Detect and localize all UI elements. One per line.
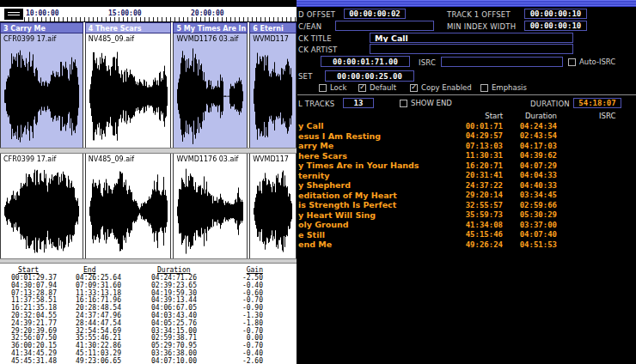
section-divider	[297, 94, 636, 95]
track-row[interactable]: is Strength Is Perfect32:55:5702:59:66	[297, 200, 636, 210]
track-duration: 04:07:40	[503, 230, 557, 239]
track-row[interactable]: arry Me07:13:0304:17:03	[297, 141, 636, 151]
track-name: y Shepherd	[297, 180, 444, 190]
track-row[interactable]: ternity20:31:4104:04:33	[297, 171, 636, 181]
waveform-segment[interactable]: WVMD1176 03.aif	[173, 154, 248, 258]
audio-file-label: NV485_09.aif	[89, 35, 134, 43]
offset-label: SET	[298, 72, 313, 81]
waveform-segment[interactable]: CFR0399 17.aif	[0, 33, 83, 148]
track-duration: 03:37:00	[503, 221, 557, 229]
waveform-segment[interactable]: NV485_09.aif	[85, 33, 172, 148]
track-row[interactable]: y Call00:01:7104:24:34	[297, 121, 636, 131]
min-index-width-field[interactable]: 00:00:00:10	[524, 21, 587, 31]
show-end-checkbox[interactable]: SHOW END	[400, 99, 452, 107]
menu-icon[interactable]	[4, 9, 23, 20]
waveform-segment[interactable]: WVMD117	[249, 33, 297, 148]
waveform-editor-window: 10:00:00 15:00:00 20:00:00 3 Carry Me4 T…	[0, 7, 297, 364]
edit-cell: 45:45:31.48	[0, 358, 76, 364]
checkbox-box[interactable]	[319, 84, 327, 92]
track-name: ternity	[297, 171, 444, 180]
segment-header[interactable]: 5 My Times Are In	[173, 22, 248, 33]
segment-header[interactable]: 3 Carry Me	[0, 22, 83, 33]
total-tracks-field[interactable]: 13	[343, 98, 374, 108]
offset-field[interactable]: 00:00:00:25.00	[325, 70, 414, 82]
disc-offset-label: D OFFSET	[298, 10, 335, 19]
min-index-width-label: MIN INDEX WIDTH	[447, 22, 516, 31]
track-duration: 04:17:03	[503, 142, 557, 150]
upc-ean-field[interactable]	[335, 21, 434, 31]
show-end-checkbox-box[interactable]	[400, 100, 407, 107]
track-row[interactable]: here Scars11:30:3104:39:62	[297, 151, 636, 161]
checkbox-label: Copy Enabled	[421, 83, 472, 92]
track-start-time: 07:13:03	[444, 142, 503, 150]
audio-file-label: NV485_09.aif	[89, 155, 134, 163]
audio-file-label: WVMD1176 03.aif	[176, 35, 238, 43]
track-start-time: 16:20:71	[444, 161, 503, 170]
flag-checkbox-copy-enabled[interactable]: ✓Copy Enabled	[410, 83, 472, 92]
track-row[interactable]: end Me49:26:2404:51:53	[297, 240, 636, 250]
edit-cell: 49:23:06.65	[76, 358, 151, 364]
waveform-canvas	[1, 33, 83, 148]
track-start-time: 45:15:46	[444, 230, 503, 239]
checkbox-label: Default	[370, 83, 396, 92]
track1-offset-field[interactable]: 00:00:00:10	[524, 9, 587, 19]
flag-checkbox-default[interactable]: ✓Default	[358, 83, 396, 92]
waveform-canvas	[86, 154, 171, 258]
flag-checkbox-lock[interactable]: Lock	[319, 83, 346, 92]
track1-offset-label: TRACK 1 OFFSET	[447, 10, 511, 19]
track-artist-field[interactable]	[370, 44, 573, 54]
isrc-field[interactable]	[441, 57, 563, 67]
ruler-timecode: 15:00:00	[108, 9, 142, 17]
auto-isrc-checkbox[interactable]: Auto-ISRC	[568, 58, 615, 66]
segment-header[interactable]: 4 There Scars	[85, 22, 172, 33]
track-duration: 04:07:29	[503, 161, 557, 170]
window-titlebar[interactable]	[297, 0, 636, 8]
desktop: D OFFSET 00:00:00:02 TRACK 1 OFFSET 00:0…	[0, 0, 636, 364]
edit-table-rows: 00:01:29.3704:26:25.6404:24:71.26-2.5004…	[0, 275, 297, 364]
track-start-time: 11:30:31	[444, 151, 503, 160]
show-end-checkbox-label: SHOW END	[411, 99, 452, 107]
timeline-ruler[interactable]: 10:00:00 15:00:00 20:00:00	[0, 7, 297, 22]
flag-checkbox-emphasis[interactable]: Emphasis	[480, 83, 527, 92]
waveform-segment[interactable]: WVMD1176 03.aif	[173, 33, 248, 148]
checkbox-label: Emphasis	[492, 83, 527, 92]
track-row[interactable]: y Times Are in Your Hands16:20:7104:07:2…	[297, 161, 636, 171]
track-start-time-field[interactable]: 00:00:01:71.00	[321, 56, 410, 67]
track-row[interactable]: y Heart Will Sing35:59:7305:30:29	[297, 210, 636, 221]
cd-tracklist-window: D OFFSET 00:00:00:02 TRACK 1 OFFSET 00:0…	[297, 0, 636, 364]
track-list: y Call00:01:7104:24:34esus I Am Resting0…	[297, 121, 636, 250]
lane-divider	[0, 148, 297, 154]
track-row[interactable]: oly Ground41:34:0803:37:00	[297, 220, 636, 230]
segment-header[interactable]: 6 Eterni	[249, 22, 297, 33]
track-start-time: 49:26:24	[444, 240, 503, 249]
auto-isrc-checkbox-box[interactable]	[568, 58, 576, 66]
waveform-canvas	[250, 154, 296, 258]
checkbox-box[interactable]: ✓	[358, 84, 366, 92]
waveform-segment[interactable]: NV485_09.aif	[85, 154, 172, 258]
track-duration: 04:39:62	[503, 151, 557, 160]
total-tracks-label: L TRACKS	[298, 100, 334, 108]
track-row[interactable]: y Shepherd24:37:2204:40:33	[297, 180, 636, 191]
track-title-field[interactable]: My Call	[370, 33, 573, 43]
disc-offset-field[interactable]: 00:00:00:02	[344, 9, 406, 19]
checkbox-box[interactable]: ✓	[410, 84, 418, 92]
edit-table-row[interactable]: 45:45:31.4849:23:06.6504:07:10.00-2.60	[0, 358, 297, 364]
track-start-time: 32:55:57	[444, 201, 503, 209]
waveform-segment[interactable]: CFR0399 17.aif	[0, 154, 83, 258]
waveform-segment[interactable]: WVMD117	[249, 154, 297, 258]
edit-cell: 04:07:10.00	[151, 358, 225, 364]
audio-file-label: WVMD117	[253, 35, 289, 43]
track-row[interactable]: esus I Am Resting04:29:5702:43:54	[297, 131, 636, 142]
track-start-time: 41:34:08	[444, 221, 503, 229]
edit-list-table: Start End Duration Gain 00:01:29.3704:26…	[0, 264, 297, 364]
track-duration: 05:30:29	[503, 210, 557, 219]
track-row[interactable]: e Still45:15:4604:07:40	[297, 230, 636, 240]
track-name: editation of My Heart	[297, 191, 444, 200]
track-name: e Still	[297, 230, 444, 240]
track-name: y Call	[297, 121, 444, 130]
track-row[interactable]: editation of My Heart29:20:1403:34:45	[297, 191, 636, 201]
audio-file-label: CFR0399 17.aif	[3, 35, 56, 43]
track-name: esus I Am Resting	[297, 131, 444, 141]
total-duration-field: 54:18:07	[573, 98, 621, 108]
checkbox-box[interactable]	[480, 84, 488, 92]
